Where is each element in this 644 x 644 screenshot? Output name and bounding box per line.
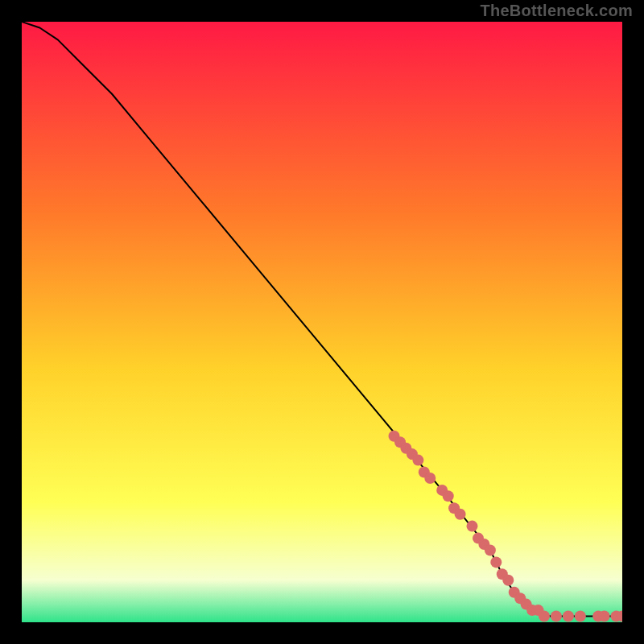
curve-marker <box>412 455 423 466</box>
curve-marker <box>424 473 436 484</box>
curve-marker <box>455 509 466 520</box>
curve-marker <box>563 611 574 622</box>
curve-marker <box>575 611 586 622</box>
gradient-background <box>22 22 622 622</box>
watermark-text: TheBottleneck.com <box>480 2 633 20</box>
plot-area <box>22 22 622 622</box>
curve-marker <box>443 490 454 502</box>
curve-marker <box>502 575 514 586</box>
curve-marker <box>467 521 478 532</box>
curve-marker <box>539 611 550 622</box>
curve-marker <box>485 545 496 556</box>
chart-svg <box>22 22 622 622</box>
curve-marker <box>599 611 610 622</box>
curve-marker <box>490 556 502 568</box>
curve-marker <box>551 611 562 622</box>
chart-frame: TheBottleneck.com <box>0 0 644 644</box>
